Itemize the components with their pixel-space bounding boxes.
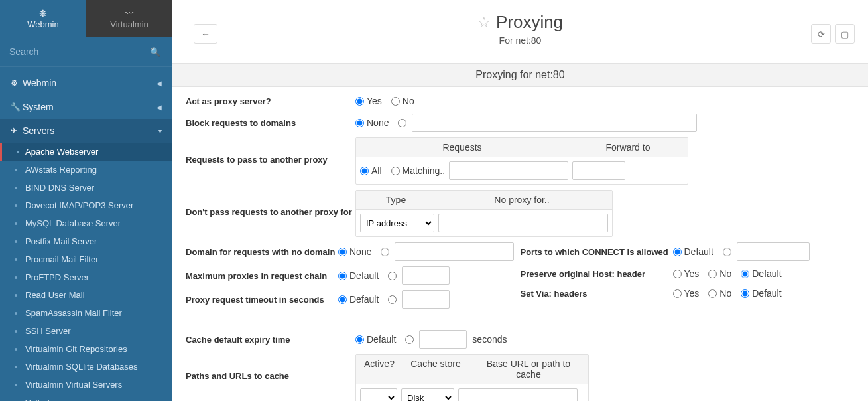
radio-none[interactable]: None [338,246,371,257]
sidebar-item[interactable]: Virtualmin SQLlite Databases [0,358,172,376]
noproxy-type-select[interactable]: IP address [360,214,434,232]
opt: Default [684,246,713,257]
radio-input[interactable] [355,119,364,127]
radio-act-yes[interactable]: Yes [355,96,382,106]
radio-default[interactable]: Default [673,246,713,257]
nav-group-webmin[interactable]: ⚙ Webmin ◀ [0,71,172,95]
radio-custom[interactable] [381,248,389,256]
cache-baseurl-input[interactable] [458,388,578,401]
label-cache-expiry: Cache default expiry time [186,335,355,345]
ports-input[interactable] [737,242,810,261]
radio-input[interactable] [723,248,731,256]
cache-store-select[interactable]: Disk [401,388,454,401]
radio-yes[interactable]: Yes [673,288,700,299]
domain-input[interactable] [395,242,514,261]
cache-expiry-input[interactable] [419,330,467,349]
sidebar-item[interactable]: AWstats Reporting [0,161,172,179]
radio-act-no[interactable]: No [391,96,414,106]
matching-input[interactable] [449,161,568,180]
timeout-input[interactable] [402,290,450,309]
radio-no[interactable]: No [708,268,731,279]
radio-block-none[interactable]: None [355,118,389,128]
max-proxies-input[interactable] [402,266,450,285]
radio-yes[interactable]: Yes [673,268,700,279]
radio-req-all[interactable]: All [360,165,382,176]
search-icon[interactable]: 🔍 [150,47,160,57]
search-input[interactable] [8,44,164,60]
radio-input[interactable] [355,335,364,344]
radio-input[interactable] [381,248,389,256]
radio-default[interactable]: Default [355,334,396,345]
chevron-left-icon: ◀ [156,80,162,87]
radio-input[interactable] [391,97,400,106]
radio-input[interactable] [741,289,749,298]
block-domains-input[interactable] [412,114,697,132]
chevron-left-icon: ◀ [156,104,162,111]
radio-input[interactable] [708,289,717,298]
noproxy-value-input[interactable] [438,214,608,232]
radio-input[interactable] [398,119,406,127]
sidebar-item[interactable]: Virtualmin Virtual Servers [0,376,172,394]
radio-custom[interactable] [405,335,414,344]
radio-input[interactable] [388,295,397,304]
radio-input[interactable] [673,289,682,298]
sidebar-item[interactable]: Dovecot IMAP/POP3 Server [0,197,172,214]
tab-virtualmin[interactable]: 〰 Virtualmin [86,0,172,37]
opt: No [719,288,731,299]
sidebar-item[interactable]: Postfix Mail Server [0,232,172,250]
forward-to-input[interactable] [572,161,625,180]
radio-custom[interactable] [388,272,397,280]
radio-input[interactable] [405,335,414,344]
search-wrap: 🔍 [0,37,172,67]
page-subtitle: For net:80 [188,35,852,46]
sidebar-item[interactable]: Procmail Mail Filter [0,250,172,268]
sidebar-item[interactable]: SpamAssassin Mail Filter [0,304,172,322]
radio-default[interactable]: Default [741,268,781,279]
radio-custom[interactable] [388,295,397,304]
radio-default[interactable]: Default [741,288,781,299]
radio-input[interactable] [338,248,347,256]
label-proxy-timeout: Proxy request timeout in seconds [186,295,338,305]
sidebar-item[interactable]: Vsftpd [0,394,172,401]
radio-input[interactable] [338,272,347,280]
radio-input[interactable] [673,270,682,278]
th-store: Cache store [403,355,469,384]
sidebar-item[interactable]: BIND DNS Server [0,179,172,197]
sidebar-item[interactable]: MySQL Database Server [0,214,172,232]
radio-input[interactable] [673,248,682,256]
radio-block-custom[interactable] [398,119,406,127]
radio-input[interactable] [708,270,717,278]
top-actions: ⟳ ▢ [811,24,855,44]
radio-input[interactable] [388,272,397,280]
nav-group-system[interactable]: 🔧 System ◀ [0,95,172,119]
radio-custom[interactable] [723,248,731,256]
sidebar-item[interactable]: ProFTPD Server [0,268,172,286]
sidebar-item[interactable]: Read User Mail [0,286,172,304]
radio-no[interactable]: No [708,288,731,299]
sidebar-item[interactable]: Apache Webserver [0,143,172,161]
radio-input[interactable] [391,167,400,175]
tab-virtualmin-label: Virtualmin [110,19,149,29]
opt: Matching.. [403,165,446,176]
opt: Default [752,288,781,299]
expand-button[interactable]: ▢ [835,24,855,44]
radio-default[interactable]: Default [338,270,379,281]
opt: Yes [367,96,382,106]
refresh-button[interactable]: ⟳ [811,24,831,44]
back-button[interactable]: ← [194,24,217,44]
nav-group-servers[interactable]: ✈ Servers ▾ [0,119,172,143]
radio-input[interactable] [741,270,749,278]
radio-default[interactable]: Default [338,294,379,305]
tab-webmin[interactable]: ❋ Webmin [0,0,86,37]
radio-input[interactable] [355,97,364,106]
sidebar-item[interactable]: SSH Server [0,322,172,340]
servers-submenu: Apache WebserverAWstats ReportingBIND DN… [0,143,172,401]
radio-input[interactable] [360,167,369,175]
sidebar-tabs: ❋ Webmin 〰 Virtualmin [0,0,172,37]
topbar: ← ☆ Proxying For net:80 ⟳ ▢ [172,0,868,52]
sidebar-item[interactable]: Virtualmin Git Repositories [0,340,172,358]
cache-active-select[interactable] [360,388,397,401]
radio-input[interactable] [338,295,347,304]
star-icon[interactable]: ☆ [477,14,491,31]
radio-req-matching[interactable]: Matching.. [391,165,446,176]
